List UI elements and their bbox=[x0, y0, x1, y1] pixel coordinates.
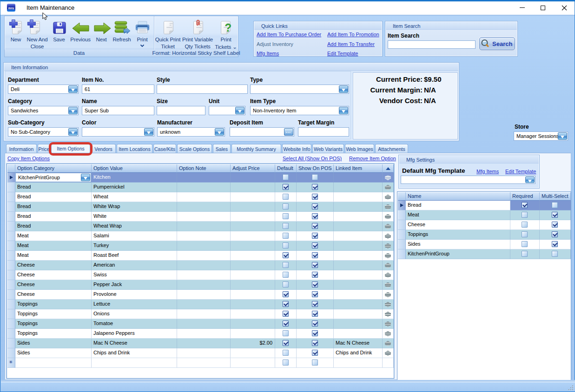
svg-text:?: ? bbox=[225, 21, 231, 34]
svg-text:mru: mru bbox=[8, 7, 14, 10]
